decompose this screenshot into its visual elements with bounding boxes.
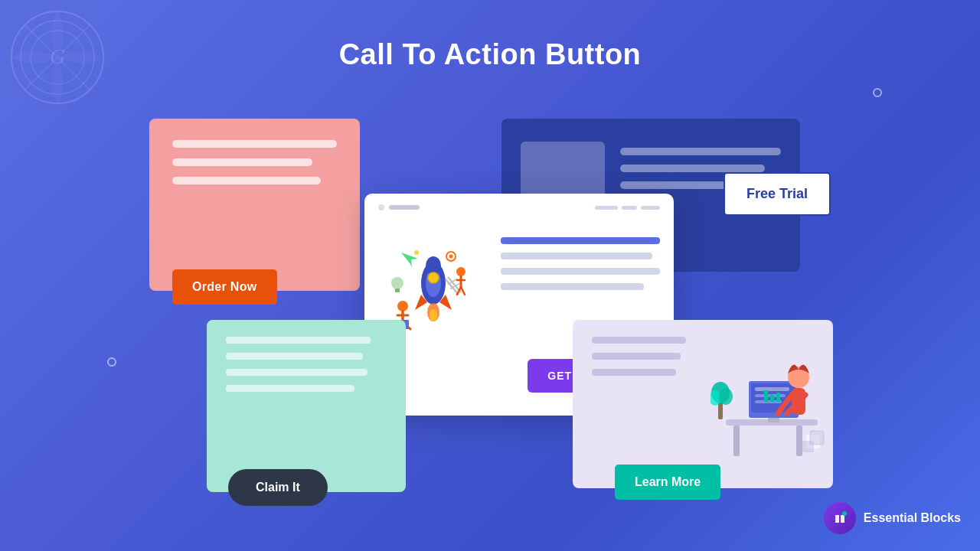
svg-point-14 — [456, 267, 466, 276]
card-line — [226, 337, 371, 344]
card-line — [172, 158, 312, 166]
person-desk-illustration — [710, 328, 825, 465]
free-trial-button[interactable]: Free Trial — [724, 172, 831, 216]
rocket-illustration — [378, 222, 489, 333]
decorative-dot-right — [873, 88, 882, 97]
svg-rect-52 — [802, 441, 814, 452]
window-dash — [622, 206, 637, 210]
watermark-logo: G — [8, 8, 107, 107]
branding-icon — [824, 502, 856, 534]
svg-rect-40 — [770, 395, 774, 402]
svg-point-25 — [391, 277, 403, 289]
svg-rect-36 — [755, 387, 789, 391]
svg-rect-39 — [764, 390, 768, 402]
card-line — [592, 353, 681, 360]
text-line — [501, 283, 644, 290]
svg-rect-41 — [776, 393, 780, 402]
svg-line-18 — [461, 287, 465, 295]
card-learn-more: Learn More — [573, 320, 833, 488]
branding: Essential Blocks — [824, 502, 961, 534]
svg-rect-32 — [796, 425, 802, 456]
card-top-bar — [364, 194, 674, 210]
svg-point-28 — [449, 255, 453, 259]
window-bar — [389, 205, 420, 210]
svg-rect-35 — [768, 418, 779, 422]
svg-point-19 — [397, 301, 408, 311]
svg-point-9 — [430, 309, 437, 321]
svg-point-49 — [719, 388, 733, 405]
page-title: Call To Action Button — [339, 38, 642, 71]
window-dash — [641, 206, 660, 210]
card-center-content — [364, 210, 674, 333]
card-line — [172, 140, 337, 148]
window-dash — [595, 206, 618, 210]
card-line — [226, 369, 368, 376]
text-line — [501, 253, 652, 259]
card-mint-content — [207, 320, 406, 412]
claim-it-button[interactable]: Claim It — [228, 469, 328, 506]
learn-more-button[interactable]: Learn More — [615, 465, 720, 500]
card-line — [592, 369, 676, 376]
text-line — [501, 268, 660, 275]
card-text-area — [501, 222, 660, 298]
card-claim-it: Claim It — [207, 320, 406, 492]
branding-name: Essential Blocks — [864, 511, 961, 525]
text-line-highlight — [501, 237, 660, 244]
svg-point-7 — [428, 272, 439, 283]
card-pink-content — [149, 119, 360, 210]
card-line — [172, 177, 321, 184]
card-line — [592, 337, 686, 344]
svg-point-29 — [414, 250, 419, 255]
svg-point-54 — [842, 511, 847, 516]
card-line — [620, 165, 765, 172]
svg-rect-31 — [733, 425, 740, 456]
svg-rect-26 — [395, 289, 400, 292]
order-now-button[interactable]: Order Now — [172, 269, 277, 305]
card-line — [226, 353, 363, 360]
card-order-now: Order Now — [149, 119, 360, 291]
card-line — [226, 385, 354, 392]
card-purple-content — [573, 320, 716, 396]
card-line — [620, 148, 781, 155]
window-dot-1 — [378, 204, 384, 210]
decorative-dot-left — [107, 357, 116, 367]
